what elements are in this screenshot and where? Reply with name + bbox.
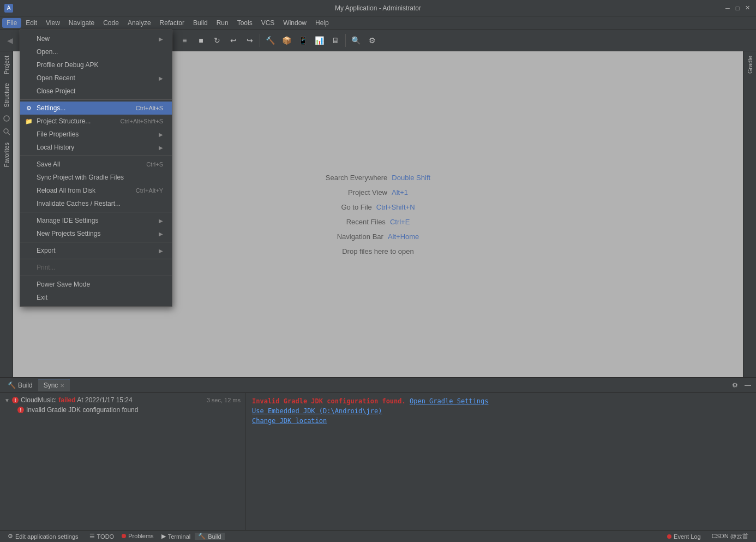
menu-item-profile-debug[interactable]: Profile or Debug APK [20, 58, 172, 72]
open-label: Open... [37, 48, 58, 56]
sync-gradle-label: Sync Project with Gradle Files [37, 174, 124, 181]
terminal-label: Terminal [168, 533, 191, 540]
menu-run[interactable]: Run [212, 18, 233, 28]
edit-settings-icon: ⚙ [8, 533, 13, 540]
sep-6 [20, 276, 172, 276]
menu-item-manage-ide[interactable]: Manage IDE Settings ▶ [20, 214, 172, 227]
bottom-tool-buttons: ☰ TODO Problems ▶ Terminal 🔨 Build [86, 533, 225, 540]
menu-window[interactable]: Window [279, 18, 311, 28]
todo-icon: ☰ [89, 533, 95, 540]
close-button[interactable]: ✕ [743, 4, 752, 13]
status-edit-settings[interactable]: ⚙ Edit application settings [4, 531, 82, 542]
sdk-manager-button[interactable]: 📦 [279, 33, 294, 48]
profile-icon [25, 61, 33, 69]
window-title: My Application - Administrator [335, 4, 421, 12]
output-line-1: Invalid Gradle JDK configuration found. … [252, 397, 749, 405]
toolbar-back-btn[interactable]: ◀ [2, 33, 17, 48]
sync-button[interactable]: ↻ [209, 33, 225, 48]
menu-file[interactable]: File [2, 18, 21, 28]
change-jdk-location-link[interactable]: Change JDK location [252, 417, 327, 425]
hint-goto-file: Go to File Ctrl+Shift+N [341, 203, 415, 211]
menu-item-export[interactable]: Export ▶ [20, 244, 172, 257]
status-todo[interactable]: ☰ TODO [86, 533, 118, 540]
menu-bar: File Edit View Navigate Code Analyze Ref… [0, 16, 756, 29]
redo-button[interactable]: ↪ [242, 33, 257, 48]
window-controls[interactable]: ─ □ ✕ [723, 4, 752, 13]
menu-build[interactable]: Build [189, 18, 212, 28]
exit-label: Exit [37, 294, 47, 301]
build-row-cloudmusic[interactable]: ▼ ! CloudMusic: failed At 2022/1/17 15:2… [2, 395, 243, 405]
settings-button[interactable]: ⚙ [364, 33, 380, 48]
panel-settings-button[interactable]: ⚙ [729, 379, 741, 391]
pin-icon[interactable] [3, 112, 10, 125]
menu-item-file-properties[interactable]: File Properties ▶ [20, 128, 172, 141]
status-terminal[interactable]: ▶ Terminal [158, 533, 194, 540]
menu-tools[interactable]: Tools [233, 18, 257, 28]
sidebar-item-favorites[interactable]: Favorites [1, 138, 12, 171]
menu-item-open-recent[interactable]: Open Recent ▶ [20, 72, 172, 85]
event-log-button[interactable]: Event Log [664, 533, 704, 540]
menu-item-power-save[interactable]: Power Save Mode [20, 278, 172, 291]
menu-item-close-project[interactable]: Close Project [20, 85, 172, 98]
maximize-button[interactable]: □ [733, 4, 742, 13]
project-label: CloudMusic: [21, 396, 58, 404]
status-problems[interactable]: Problems [118, 533, 157, 539]
sidebar-item-gradle[interactable]: Gradle [745, 51, 755, 78]
menu-item-exit[interactable]: Exit [20, 291, 172, 304]
hamburger-icon[interactable]: ≡ [177, 33, 192, 48]
use-embedded-jdk-link[interactable]: Use Embedded JDK (D:\Android\jre) [252, 407, 382, 415]
output-line-2: Use Embedded JDK (D:\Android\jre) [252, 407, 749, 415]
avd-manager-button[interactable]: 📱 [295, 33, 310, 48]
menu-item-sync-gradle[interactable]: Sync Project with Gradle Files [20, 171, 172, 184]
menu-item-open[interactable]: Open... [20, 45, 172, 58]
sidebar-item-structure[interactable]: Structure [1, 79, 12, 112]
event-log-label: Event Log [674, 533, 701, 540]
stop-button[interactable]: ■ [193, 33, 208, 48]
menu-edit[interactable]: Edit [21, 18, 41, 28]
status-build-active[interactable]: 🔨 Build [195, 533, 224, 540]
manage-ide-label: Manage IDE Settings [37, 217, 98, 224]
panel-controls: ⚙ — [729, 379, 754, 391]
menu-view[interactable]: View [41, 18, 64, 28]
save-all-label: Save All [37, 160, 60, 168]
menu-item-invalidate-caches[interactable]: Invalidate Caches / Restart... [20, 197, 172, 210]
build-timestamp: At 2022/1/17 15:24 [77, 396, 132, 404]
menu-code[interactable]: Code [99, 18, 123, 28]
menu-item-save-all[interactable]: Save All Ctrl+S [20, 158, 172, 171]
power-save-icon [25, 280, 33, 289]
hint-drop-files: Drop files here to open [342, 247, 414, 255]
menu-vcs[interactable]: VCS [257, 18, 279, 28]
device-explorer-button[interactable]: 🖥 [328, 33, 343, 48]
menu-help[interactable]: Help [311, 18, 333, 28]
search-everywhere-button[interactable]: 🔍 [348, 33, 363, 48]
terminal-icon: ▶ [161, 533, 166, 540]
profiler-button[interactable]: 📊 [311, 33, 327, 48]
open-gradle-settings-link[interactable]: Open Gradle Settings [410, 397, 489, 405]
menu-item-reload-disk[interactable]: Reload All from Disk Ctrl+Alt+Y [20, 184, 172, 197]
menu-navigate[interactable]: Navigate [64, 18, 99, 28]
reload-shortcut: Ctrl+Alt+Y [125, 187, 163, 194]
sep-3 [20, 212, 172, 212]
menu-item-new[interactable]: New ▶ [20, 32, 172, 45]
magnify-icon[interactable] [3, 125, 10, 138]
sync-tab-close[interactable]: ✕ [60, 383, 64, 389]
menu-item-settings[interactable]: ⚙ Settings... Ctrl+Alt+S [20, 102, 172, 115]
sidebar-item-project[interactable]: Project [1, 51, 12, 79]
menu-item-new-projects-settings[interactable]: New Projects Settings ▶ [20, 227, 172, 240]
minimize-button[interactable]: ─ [723, 4, 732, 13]
undo-button[interactable]: ↩ [226, 33, 241, 48]
export-label: Export [37, 247, 56, 254]
print-icon [25, 263, 33, 272]
panel-minimize-button[interactable]: — [742, 379, 754, 391]
menu-item-project-structure[interactable]: 📁 Project Structure... Ctrl+Alt+Shift+S [20, 115, 172, 128]
build-row-error-detail[interactable]: ! Invalid Gradle JDK configuration found [2, 405, 243, 415]
menu-refactor[interactable]: Refactor [155, 18, 189, 28]
menu-analyze[interactable]: Analyze [123, 18, 155, 28]
tab-build[interactable]: 🔨 Build [2, 379, 38, 391]
profile-debug-label: Profile or Debug APK [37, 61, 98, 69]
sep-5 [20, 259, 172, 259]
build-button[interactable]: 🔨 [262, 33, 278, 48]
menu-item-local-history[interactable]: Local History ▶ [20, 141, 172, 154]
tab-sync[interactable]: Sync ✕ [38, 379, 70, 391]
csdn-watermark: CSDN @云首 [709, 532, 752, 540]
